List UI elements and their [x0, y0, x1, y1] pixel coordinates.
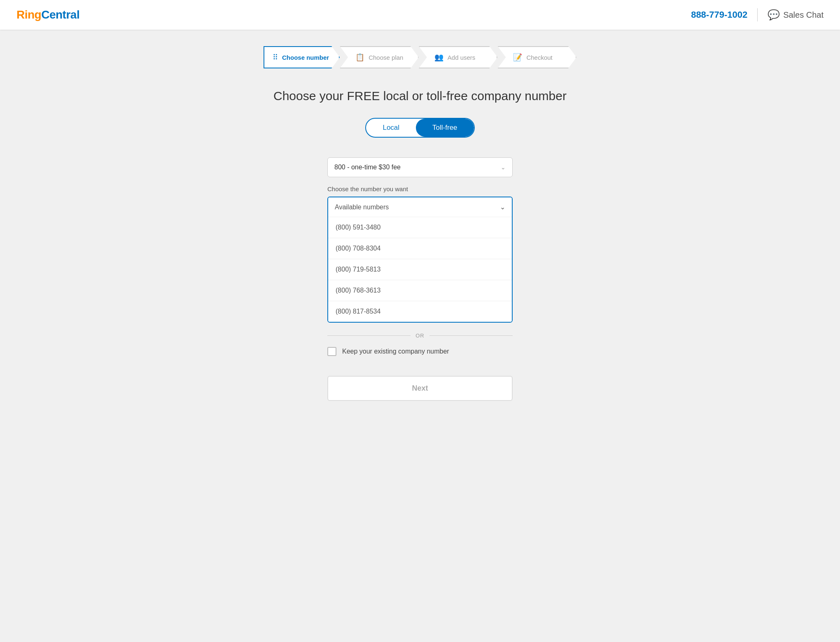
- or-line-right: [429, 335, 513, 336]
- header-divider: [757, 8, 758, 21]
- prefix-dropdown-arrow-icon: ⌄: [501, 164, 506, 171]
- keep-existing-row: Keep your existing company number: [327, 347, 513, 356]
- chat-icon: 💬: [768, 9, 780, 21]
- sales-chat-button[interactable]: 💬 Sales Chat: [768, 9, 824, 21]
- step-checkout[interactable]: 📝 Checkout: [497, 46, 576, 68]
- logo-ring: Ring: [16, 8, 41, 21]
- stepper: ⠿ Choose number 📋 Choose plan 👥 Add user…: [264, 46, 576, 68]
- header-right: 888-779-1002 💬 Sales Chat: [691, 8, 824, 21]
- or-line-left: [327, 335, 411, 336]
- prefix-dropdown-value: 800 - one-time $30 fee: [334, 164, 401, 171]
- step-choose-plan[interactable]: 📋 Choose plan: [340, 46, 419, 68]
- step-checkout-label: Checkout: [526, 54, 552, 61]
- form-area: 800 - one-time $30 fee ⌄ Choose the numb…: [327, 157, 513, 401]
- number-type-toggle-container: Local Toll-free: [243, 118, 597, 138]
- number-selector: Available numbers ⌄ (800) 591-3480 (800)…: [327, 197, 513, 323]
- step-checkout-icon: 📝: [513, 53, 522, 62]
- step-add-users[interactable]: 👥 Add users: [419, 46, 498, 68]
- sales-chat-label: Sales Chat: [783, 10, 824, 20]
- number-selector-arrow-icon: ⌄: [500, 203, 505, 211]
- phone-number[interactable]: 888-779-1002: [691, 9, 747, 20]
- number-option-2[interactable]: (800) 708-8304: [328, 238, 512, 259]
- local-toggle-button[interactable]: Local: [366, 119, 416, 137]
- step-choose-number-icon: ⠿: [273, 53, 278, 62]
- logo: RingCentral: [16, 8, 79, 21]
- next-button[interactable]: Next: [327, 376, 513, 401]
- step-choose-number-label: Choose number: [282, 54, 329, 61]
- step-add-users-icon: 👥: [434, 53, 443, 62]
- prefix-dropdown[interactable]: 800 - one-time $30 fee ⌄: [327, 157, 513, 177]
- main-content: ⠿ Choose number 📋 Choose plan 👥 Add user…: [235, 30, 605, 417]
- available-numbers-label: Available numbers: [335, 204, 389, 211]
- keep-existing-checkbox[interactable]: [327, 347, 336, 356]
- number-option-3[interactable]: (800) 719-5813: [328, 259, 512, 280]
- keep-existing-label: Keep your existing company number: [342, 348, 449, 355]
- logo-central: Central: [41, 8, 79, 21]
- header: RingCentral 888-779-1002 💬 Sales Chat: [0, 0, 840, 30]
- page-title: Choose your FREE local or toll-free comp…: [243, 89, 597, 103]
- or-divider: OR: [327, 333, 513, 339]
- choose-number-label: Choose the number you want: [327, 185, 513, 192]
- number-option-4[interactable]: (800) 768-3613: [328, 280, 512, 301]
- number-type-toggle: Local Toll-free: [365, 118, 474, 138]
- number-option-5[interactable]: (800) 817-8534: [328, 301, 512, 322]
- or-text: OR: [415, 333, 425, 339]
- number-selector-header[interactable]: Available numbers ⌄: [328, 197, 512, 217]
- step-choose-number[interactable]: ⠿ Choose number: [264, 46, 340, 68]
- tollfree-toggle-button[interactable]: Toll-free: [416, 119, 474, 137]
- step-choose-plan-label: Choose plan: [369, 54, 403, 61]
- step-choose-plan-icon: 📋: [355, 53, 364, 62]
- number-option-1[interactable]: (800) 591-3480: [328, 217, 512, 238]
- step-add-users-label: Add users: [448, 54, 476, 61]
